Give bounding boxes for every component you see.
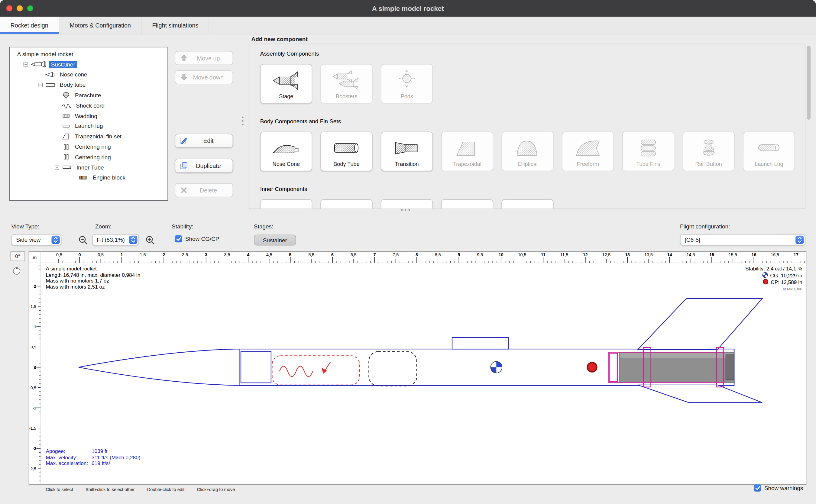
centeringring-big-icon xyxy=(392,203,421,209)
tree-item-centering-ring[interactable]: Centering ring xyxy=(10,152,168,162)
component-label: Pods xyxy=(401,93,413,99)
add-nose-cone-button[interactable]: Nose Cone xyxy=(260,132,312,171)
add-centeringring-big-button[interactable] xyxy=(381,199,433,209)
add-freeform-button[interactable]: Freeform xyxy=(562,132,614,171)
freeform-icon xyxy=(573,135,602,161)
add-stage-button[interactable]: Stage xyxy=(260,64,312,104)
zoom-in-button[interactable] xyxy=(145,235,155,245)
svg-text:5,5: 5,5 xyxy=(308,252,314,257)
svg-text:-2,5: -2,5 xyxy=(29,467,36,471)
add-transition-button[interactable]: Transition xyxy=(381,132,433,171)
motor-shape[interactable] xyxy=(620,352,734,382)
section-label: Assembly Components xyxy=(260,50,805,58)
tree-item-wadding[interactable]: Wadding xyxy=(10,111,168,121)
tree-item-body-tube[interactable]: Body tube xyxy=(10,80,168,90)
svg-text:2,5: 2,5 xyxy=(182,252,188,257)
tree-item-parachute[interactable]: Parachute xyxy=(10,90,168,100)
add-boosters-button[interactable]: Boosters xyxy=(320,64,372,104)
magnifier-minus-icon xyxy=(78,235,88,245)
svg-text:11,5: 11,5 xyxy=(560,252,568,257)
close-window-button[interactable] xyxy=(6,5,13,11)
svg-text:10: 10 xyxy=(499,252,504,257)
delete-button[interactable]: Delete xyxy=(175,183,233,197)
panel-divider-handle[interactable] xyxy=(401,209,410,211)
svg-text:5: 5 xyxy=(289,252,292,257)
expander-icon[interactable] xyxy=(23,62,28,66)
zoom-out-button[interactable] xyxy=(78,235,88,245)
ruler-corner: in xyxy=(29,252,41,263)
add-tube-fins-button[interactable]: Tube Fins xyxy=(622,132,674,171)
add-pods-button[interactable]: Pods xyxy=(381,64,433,104)
add-engineblock-big-button[interactable] xyxy=(502,199,554,209)
add-bulkhead-button[interactable] xyxy=(441,199,493,209)
tree-item-inner-tube[interactable]: Inner Tube xyxy=(10,162,168,173)
rocket-canvas[interactable]: A simple model rocketLength 16,748 in, m… xyxy=(41,263,806,484)
svg-text:0: 0 xyxy=(34,365,36,370)
add-launch-lug-button[interactable]: Launch Lug xyxy=(743,132,795,171)
duplicate-button[interactable]: Duplicate xyxy=(175,159,233,173)
tree-item-nose-cone[interactable]: Nose cone xyxy=(10,69,168,80)
unit-label: in xyxy=(33,255,37,260)
tree-item-sustainer[interactable]: Sustainer xyxy=(10,59,168,69)
tab-motors-configuration[interactable]: Motors & Configuration xyxy=(59,17,142,34)
show-warnings-checkbox[interactable]: Show warnings xyxy=(754,484,803,492)
scrollbar[interactable] xyxy=(807,46,811,119)
tab-flight-simulations[interactable]: Flight simulations xyxy=(142,17,209,34)
duplicate-icon xyxy=(180,162,188,170)
add-body-tube-button[interactable]: Body Tube xyxy=(320,132,372,171)
button-label: Delete xyxy=(192,187,233,193)
launch-lug-shape[interactable] xyxy=(452,338,508,349)
flight-config-select[interactable]: [C6-5] xyxy=(680,234,805,246)
tree-item-root[interactable]: A simple model rocket xyxy=(10,49,168,59)
tree-item-launch-lug[interactable]: Launch lug xyxy=(10,121,168,131)
rotation-dial[interactable] xyxy=(13,267,20,275)
section-label: Inner Components xyxy=(260,186,805,193)
chevron-updown-icon xyxy=(51,236,60,244)
component-label: Nose Cone xyxy=(273,161,300,167)
fullscreen-window-button[interactable] xyxy=(27,5,34,11)
edit-button[interactable]: Edit xyxy=(175,134,233,147)
fin-bottom-shape[interactable] xyxy=(638,385,762,403)
add-rail-button-button[interactable]: Rail Button xyxy=(683,132,735,171)
cp-marker xyxy=(588,363,597,372)
tab-rocket-design[interactable]: Rocket design xyxy=(0,17,59,34)
minimize-window-button[interactable] xyxy=(17,5,23,11)
checkbox-checked-icon xyxy=(175,235,182,242)
rocket-info: A simple model rocketLength 16,748 in, m… xyxy=(46,266,140,290)
move-up-button[interactable]: Move up xyxy=(175,51,233,65)
stage-sustainer-toggle[interactable]: Sustainer xyxy=(254,234,296,245)
add-innertube-big-button[interactable] xyxy=(260,199,312,209)
fin-top-shape[interactable] xyxy=(638,299,762,350)
nose-cone-shape[interactable] xyxy=(79,349,240,386)
expander-icon[interactable] xyxy=(38,82,43,87)
component-label: Freeform xyxy=(577,161,599,167)
add-coupler-button[interactable] xyxy=(320,199,372,209)
tubefins-icon xyxy=(634,135,663,161)
tree-label: Sustainer xyxy=(49,61,77,68)
svg-text:7,5: 7,5 xyxy=(393,252,399,257)
add-trapezoidal-button[interactable]: Trapezoidal xyxy=(441,132,493,171)
svg-text:11: 11 xyxy=(541,252,546,257)
innertube-big-icon xyxy=(272,203,301,209)
nose-shoulder-shape[interactable] xyxy=(241,352,271,383)
tree-item-trapezoidal-fin-set[interactable]: Trapezoidal fin set xyxy=(10,131,168,141)
hint-text: Click to select xyxy=(46,487,73,492)
component-label: Transition xyxy=(395,161,419,167)
svg-text:-0,5: -0,5 xyxy=(29,386,36,390)
svg-text:7: 7 xyxy=(374,252,376,257)
view-type-select[interactable]: Side view xyxy=(11,234,61,246)
rocket-diagram[interactable] xyxy=(41,263,806,484)
expander-icon[interactable] xyxy=(55,165,59,170)
component-label: Stage xyxy=(279,93,293,99)
nosecone-big-icon xyxy=(272,135,301,161)
tree-item-engine-block[interactable]: Engine block xyxy=(10,173,168,183)
svg-text:12,5: 12,5 xyxy=(602,252,611,257)
add-elliptical-button[interactable]: Elliptical xyxy=(502,132,554,171)
move-down-button[interactable]: Move down xyxy=(175,70,233,84)
tree-item-shock-cord[interactable]: Shock cord xyxy=(10,100,168,111)
component-tree: A simple model rocket SustainerNose cone… xyxy=(9,47,168,201)
tree-item-centering-ring[interactable]: Centering ring xyxy=(10,142,168,152)
zoom-select[interactable]: Fit (53,1%) xyxy=(92,234,139,246)
vertical-splitter-handle[interactable] xyxy=(242,117,243,125)
show-cgcp-checkbox[interactable]: Show CG/CP xyxy=(175,235,219,242)
